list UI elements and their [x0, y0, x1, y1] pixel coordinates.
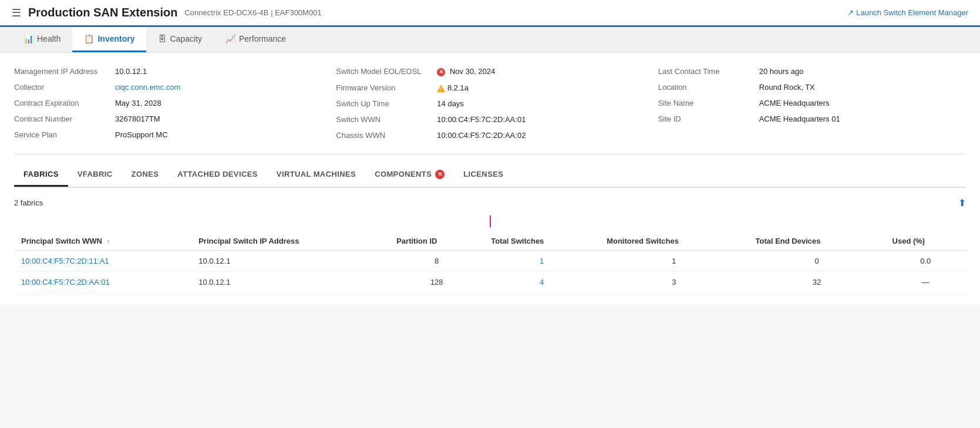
info-row: LocationRound Rock, TX: [658, 80, 966, 94]
col-total-end-devices: Total End Devices: [749, 232, 885, 251]
app-icon: ☰: [12, 6, 21, 19]
info-row: Site IDACME Headquarters 01: [658, 112, 966, 126]
info-label: Contract Number: [14, 114, 108, 123]
fabrics-table: Principal Switch WWN ↑ Principal Switch …: [14, 232, 966, 293]
info-label: Switch Up Time: [336, 99, 430, 108]
table-cell: —: [885, 271, 966, 292]
info-label: Site ID: [658, 114, 752, 123]
info-value: 10.0.12.1: [115, 67, 147, 76]
content-area: Management IP Address10.0.12.1Collectorc…: [0, 53, 980, 305]
sub-tab-fabrics[interactable]: FABRICS: [14, 164, 68, 187]
table-row: 10:00:C4:F5:7C:2D:11:A110.0.12.181100.0: [14, 250, 966, 271]
tab-performance[interactable]: 📈 Performance: [214, 27, 298, 52]
info-row: Collectorciqc.conn.emc.com: [14, 80, 322, 94]
info-row: Switch Up Time14 days: [336, 97, 644, 110]
top-bar: ☰ Production SAN Extension Connectrix ED…: [0, 0, 980, 27]
info-label: Service Plan: [14, 130, 108, 139]
sub-tab-label-vfabric: VFABRIC: [78, 170, 113, 178]
fabrics-table-body: 10:00:C4:F5:7C:2D:11:A110.0.12.181100.01…: [14, 250, 966, 292]
table-cell[interactable]: 10:00:C4:F5:7C:2D:AA:01: [14, 271, 191, 292]
sub-tab-badge-components: ✕: [435, 170, 444, 179]
info-value[interactable]: ciqc.conn.emc.com: [115, 83, 180, 92]
info-row: Last Contact Time20 hours ago: [658, 65, 966, 78]
info-row: Chassis WWN10:00:C4:F5:7C:2D:AA:02: [336, 129, 644, 142]
sub-tab-virtual_machines[interactable]: VIRTUAL MACHINES: [267, 164, 365, 187]
info-grid: Management IP Address10.0.12.1Collectorc…: [14, 65, 966, 154]
sub-tab-label-licenses: LICENSES: [463, 170, 503, 178]
info-label: Collector: [14, 83, 108, 92]
info-value: May 31, 2028: [115, 99, 161, 107]
sub-tab-vfabric[interactable]: VFABRIC: [68, 164, 122, 187]
sub-tab-label-virtual_machines: VIRTUAL MACHINES: [277, 170, 356, 178]
col-partition: Partition ID: [389, 232, 484, 251]
table-cell: 1: [600, 250, 748, 271]
info-value: ACME Headquarters 01: [759, 114, 840, 123]
sub-tab-label-fabrics: FABRICS: [23, 170, 59, 178]
table-cell: 32: [749, 271, 885, 292]
sub-tab-label-attached_devices: ATTACHED DEVICES: [177, 170, 258, 178]
table-cell: 0.0: [885, 250, 966, 271]
sort-asc-icon: ↑: [107, 238, 110, 245]
sub-tabs-bar: FABRICSVFABRICZONESATTACHED DEVICESVIRTU…: [14, 164, 966, 188]
col-monitored-switches: Monitored Switches: [600, 232, 748, 251]
info-label: Location: [658, 83, 752, 92]
table-cell: 128: [389, 271, 484, 292]
info-label: Last Contact Time: [658, 67, 752, 76]
col-total-switches: Total Switches: [484, 232, 600, 251]
sub-tab-licenses[interactable]: LICENSES: [454, 164, 513, 187]
info-value: ✕ Nov 30, 2024: [437, 67, 495, 76]
info-row: Service PlanProSupport MC: [14, 128, 322, 141]
info-row: Switch Model EOL/EOSL✕ Nov 30, 2024: [336, 65, 644, 79]
info-value: 20 hours ago: [759, 67, 804, 76]
tab-inventory[interactable]: 📋 Inventory: [72, 27, 146, 52]
sub-tab-label-zones: ZONES: [132, 170, 159, 178]
fabrics-count-row: 2 fabrics ⬆: [14, 197, 966, 208]
col-used-pct: Used (%): [885, 232, 966, 251]
tab-health[interactable]: 📊 Health: [12, 27, 72, 52]
fabrics-table-header: Principal Switch WWN ↑ Principal Switch …: [14, 232, 966, 251]
info-row: Management IP Address10.0.12.1: [14, 65, 322, 78]
main-tabs-bar: 📊 Health 📋 Inventory 🗄 Capacity 📈 Perfor…: [0, 27, 980, 53]
table-cell: 10.0.12.1: [191, 250, 389, 271]
info-col-2: Last Contact Time20 hours agoLocationRou…: [658, 65, 966, 142]
table-cell[interactable]: 1: [484, 250, 600, 271]
table-cell: 10.0.12.1: [191, 271, 389, 292]
info-col-1: Switch Model EOL/EOSL✕ Nov 30, 2024Firmw…: [336, 65, 644, 142]
table-cell: 3: [600, 271, 748, 292]
info-label: Management IP Address: [14, 67, 108, 76]
info-row: Contract Number32678017TM: [14, 112, 322, 126]
sub-tab-attached_devices[interactable]: ATTACHED DEVICES: [168, 164, 267, 187]
fabrics-count-label: 2 fabrics: [14, 198, 43, 207]
info-label: Switch WWN: [336, 115, 430, 124]
sub-tab-components[interactable]: COMPONENTS✕: [365, 164, 454, 187]
table-cell: 8: [389, 250, 484, 271]
info-label: Contract Expiration: [14, 99, 108, 107]
launch-switch-manager-link[interactable]: ↗ Launch Switch Element Manager: [847, 8, 968, 17]
info-value: Round Rock, TX: [759, 83, 815, 92]
page-title: Production SAN Extension: [28, 6, 177, 19]
table-cell[interactable]: 4: [484, 271, 600, 292]
info-row: Site NameACME Headquarters: [658, 96, 966, 110]
info-value: 10:00:C4:F5:7C:2D:AA:01: [437, 115, 526, 124]
launch-icon: ↗: [847, 8, 854, 17]
scroll-indicator: [490, 215, 491, 227]
performance-icon: 📈: [225, 34, 235, 43]
info-value: ACME Headquarters: [759, 99, 830, 107]
page-subtitle: Connectrix ED-DCX6-4B | EAF300M001: [184, 8, 321, 17]
info-col-0: Management IP Address10.0.12.1Collectorc…: [14, 65, 322, 142]
sub-tab-zones[interactable]: ZONES: [122, 164, 169, 187]
info-label: Switch Model EOL/EOSL: [336, 67, 430, 76]
col-principal-wwn: Principal Switch WWN ↑: [14, 232, 191, 251]
col-ip: Principal Switch IP Address: [191, 232, 389, 251]
sub-tab-label-components: COMPONENTS: [375, 170, 432, 178]
table-cell[interactable]: 10:00:C4:F5:7C:2D:11:A1: [14, 250, 191, 271]
fabrics-section: 2 fabrics ⬆ Principal Switch WWN ↑ Princ…: [14, 197, 966, 293]
tab-capacity[interactable]: 🗄 Capacity: [146, 27, 213, 52]
info-row: Firmware Version! 8.2.1a: [336, 81, 644, 95]
table-row: 10:00:C4:F5:7C:2D:AA:0110.0.12.11284332—: [14, 271, 966, 292]
info-value: ! 8.2.1a: [437, 83, 469, 92]
info-row: Contract ExpirationMay 31, 2028: [14, 96, 322, 110]
top-bar-left: ☰ Production SAN Extension Connectrix ED…: [12, 6, 322, 19]
export-icon[interactable]: ⬆: [958, 197, 966, 208]
inventory-icon: 📋: [84, 34, 94, 43]
